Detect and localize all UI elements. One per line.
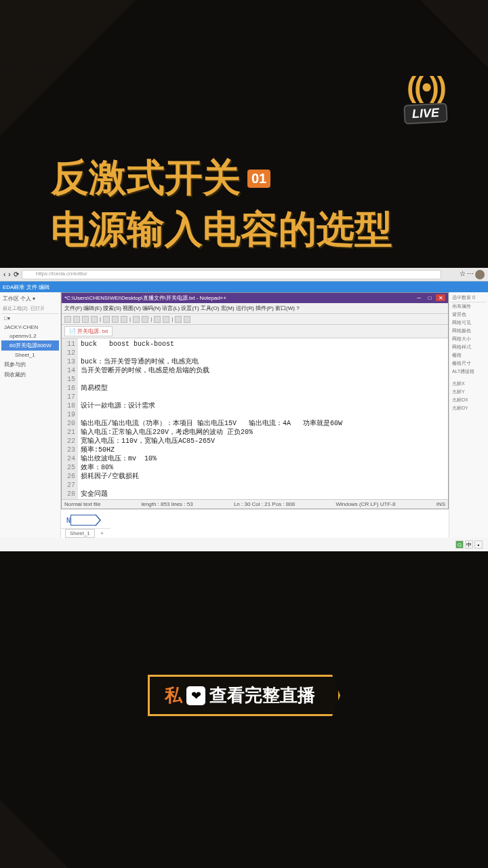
cta-banner[interactable]: 私 ❤ 查看完整直播 [148,675,340,716]
notepad-window: *C:\Users\CHENSIWEI\Desktop\直播文件\开关电源.tx… [61,292,449,509]
tree-project-selected[interactable]: 60开关电源606W [1,340,59,351]
code-text[interactable]: buck boost buck-boost buck：当开关管导通的时候，电感充… [78,338,448,499]
undo-icon[interactable] [133,316,140,323]
broadcast-icon: ((•)) [407,71,445,104]
redo-icon[interactable] [142,316,148,323]
status-bar: Normal text file length : 853 lines : 53… [62,499,448,509]
copy-icon[interactable] [112,316,119,323]
replace-icon[interactable] [163,316,169,323]
minimize-button[interactable]: ─ [414,294,424,301]
schematic-canvas[interactable]: N Sheet_1 + [61,509,449,538]
close-button[interactable]: ✕ [436,294,445,301]
prop-item[interactable]: 网格颜色 [451,327,487,335]
status-length: length : 853 lines : 53 [142,501,193,507]
workspace-selector[interactable]: 工作区 个人 ▾ [1,294,59,304]
add-sheet-button[interactable]: + [98,530,106,537]
sheet-tab[interactable]: Sheet_1 [65,529,95,538]
prop-item[interactable]: 栅格 [451,351,487,359]
find-icon[interactable] [154,316,161,323]
prop-item[interactable]: 画布属性 [451,302,487,311]
window-title: *C:\Users\CHENSIWEI\Desktop\直播文件\开关电源.tx… [64,294,226,302]
desktop-screenshot: ‹ › ⟳ https://lceda.cn/editor ☆ ⋯ EDA标准 … [0,268,488,551]
tab-opened[interactable]: 已打开 [30,305,45,312]
cta-text: 查看完整直播 [209,684,315,707]
properties-panel: 选中数量 0 画布属性 背景色 网格可见 网格颜色 网格大小 网格样式 栅格 栅… [449,292,488,538]
prop-item[interactable]: 光标DX [451,396,487,404]
avatar[interactable] [475,270,485,279]
heart-icon: ❤ [186,686,205,705]
saveall-icon[interactable] [91,316,98,323]
live-label: LIVE [403,102,447,124]
episode-badge: 01 [247,170,270,188]
url-bar[interactable]: https://lceda.cn/editor [22,270,441,279]
prop-item[interactable]: 网格样式 [451,343,487,351]
line-gutter: 11 12 13 14 15 16 17 18 19 20 21 22 23 2… [62,338,78,499]
zoom-out-icon[interactable] [184,316,190,323]
cut-icon[interactable] [103,316,110,323]
prop-item[interactable]: 网格大小 [451,335,487,343]
browser-bar: ‹ › ⟳ https://lceda.cn/editor ☆ ⋯ [0,268,488,281]
ime-lang[interactable]: 中 [465,540,473,549]
star-icon[interactable]: ☆ [460,270,466,279]
status-encoding: Windows (CR LF) UTF-8 [336,501,395,507]
paste-icon[interactable] [121,316,127,323]
tree-sheet[interactable]: Sheet_1 [1,351,59,359]
prop-item[interactable]: 网格可见 [451,319,487,327]
title-line2: 电源输入电容的选型 [51,204,392,256]
prop-item[interactable]: 栅格尺寸 [451,359,487,368]
cta-prefix: 私 [165,684,182,707]
tree-participated[interactable]: 我参与的 [1,359,59,370]
eda-menu-bar[interactable]: EDA标准 文件 编辑 [0,281,488,292]
prop-item[interactable]: 背景色 [451,311,487,319]
project-sidebar: 工作区 个人 ▾ 最近工程(2) 已打开 □▾ JACKY-CHEN openm… [0,292,61,538]
tree-project[interactable]: openmv1.2 [1,332,59,340]
prop-item[interactable]: ALT捕捉格 [451,368,487,376]
document-tab[interactable]: 📄 开关电源. txt [64,326,113,336]
prop-item[interactable]: 光标Y [451,388,487,396]
status-position: Ln : 30 Col : 21 Pos : 808 [234,501,295,507]
net-label-symbol[interactable]: N [66,515,96,526]
ime-mode[interactable]: • [474,540,483,549]
back-icon[interactable]: ‹ [3,271,5,278]
reload-icon[interactable]: ⟳ [14,271,19,278]
editor-content[interactable]: 11 12 13 14 15 16 17 18 19 20 21 22 23 2… [62,338,448,499]
maximize-button[interactable]: □ [425,294,434,301]
npp-toolbar[interactable]: | | | | [62,314,448,325]
tree-user[interactable]: JACKY-CHEN [1,323,59,332]
title-line1: 反激式开关 [51,153,241,204]
prop-item[interactable]: 光标X [451,380,487,388]
save-icon[interactable] [82,316,89,323]
video-title: 反激式开关 01 电源输入电容的选型 [51,153,392,256]
status-ins: INS [436,501,445,507]
prop-item[interactable]: 光标DY [451,404,487,412]
zoom-in-icon[interactable] [175,316,182,323]
selection-count: 选中数量 0 [451,294,487,302]
ime-indicator[interactable]: G 中 • [455,540,483,549]
status-filetype: Normal text file [64,501,100,507]
menu-icon[interactable]: ⋯ [467,270,474,279]
tree-expand[interactable]: □▾ [1,314,59,323]
forward-icon[interactable]: › [8,271,10,278]
ime-icon[interactable]: G [455,540,464,549]
live-badge: ((•)) LIVE [404,71,447,123]
document-tabs: 📄 开关电源. txt [62,325,448,338]
npp-menubar[interactable]: 文件(F) 编辑(E) 搜索(S) 视图(V) 编码(N) 语言(L) 设置(T… [62,303,448,314]
tab-recent[interactable]: 最近工程(2) [3,305,28,312]
window-titlebar[interactable]: *C:\Users\CHENSIWEI\Desktop\直播文件\开关电源.tx… [62,293,448,303]
open-icon[interactable] [73,316,80,323]
tree-favorites[interactable]: 我收藏的 [1,370,59,380]
new-icon[interactable] [64,316,71,323]
